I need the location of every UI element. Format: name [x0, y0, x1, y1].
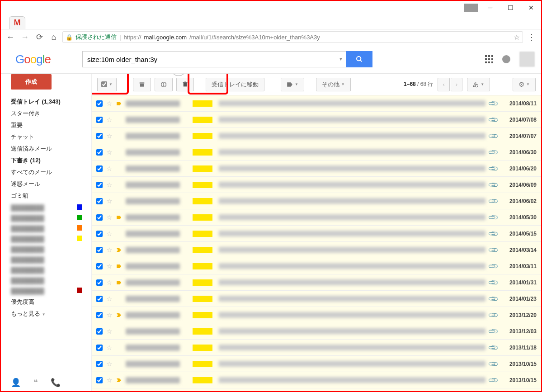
- mail-row[interactable]: ☆📎2014/06/02: [92, 193, 541, 209]
- star-icon[interactable]: ☆: [106, 246, 112, 254]
- mail-row[interactable]: ☆📎2013/10/15: [92, 372, 541, 388]
- mail-row[interactable]: ☆📎2014/03/14: [92, 242, 541, 258]
- minimize-button[interactable]: ─: [480, 1, 500, 14]
- sidebar-item[interactable]: すべてのメール: [11, 166, 88, 178]
- settings-button[interactable]: ⚙▼: [513, 78, 536, 91]
- mail-row[interactable]: ☆📎2013/12/03: [92, 323, 541, 340]
- sidebar-label-blurred[interactable]: ████████: [11, 244, 88, 255]
- sidebar-item[interactable]: 受信トレイ (1,343): [11, 96, 88, 108]
- browser-menu-button[interactable]: ⋮: [526, 32, 537, 42]
- gmail-tab[interactable]: M: [9, 16, 25, 29]
- row-checkbox[interactable]: [96, 198, 103, 204]
- mail-row[interactable]: ☆📎2013/10/15: [92, 356, 541, 372]
- hangouts-icon[interactable]: ❝: [33, 378, 38, 387]
- mail-row[interactable]: ☆📎2014/03/11: [92, 258, 541, 274]
- archive-button[interactable]: [133, 78, 151, 91]
- sidebar-label-blurred[interactable]: ████████: [11, 234, 88, 244]
- row-checkbox[interactable]: [96, 149, 103, 156]
- mail-row[interactable]: ☆📎2014/06/20: [92, 161, 541, 177]
- star-icon[interactable]: ☆: [106, 262, 112, 270]
- sidebar-label-blurred[interactable]: ████████: [11, 203, 88, 213]
- apps-grid-icon[interactable]: [485, 55, 493, 63]
- compose-button[interactable]: 作成: [11, 74, 52, 90]
- star-icon[interactable]: ☆: [106, 295, 112, 303]
- phone-icon[interactable]: 📞: [51, 378, 61, 387]
- sidebar-item[interactable]: 送信済みメール: [11, 143, 88, 155]
- star-icon[interactable]: ☆: [106, 99, 112, 108]
- mail-row[interactable]: ☆📎2013/12/20: [92, 307, 541, 323]
- back-button[interactable]: ←: [5, 31, 16, 43]
- row-checkbox[interactable]: [96, 182, 103, 188]
- star-icon[interactable]: ☆: [106, 279, 112, 287]
- input-method-button[interactable]: あ▼: [467, 78, 490, 91]
- star-icon[interactable]: ☆: [106, 360, 112, 368]
- mail-row[interactable]: ☆📎2014/05/15: [92, 226, 541, 242]
- row-checkbox[interactable]: [96, 133, 103, 139]
- sidebar-label-blurred[interactable]: ████████: [11, 286, 88, 296]
- more-button[interactable]: その他▼: [316, 78, 351, 91]
- star-icon[interactable]: ☆: [106, 327, 112, 335]
- search-input[interactable]: [82, 51, 335, 67]
- star-icon[interactable]: ☆: [106, 181, 112, 189]
- bookmark-star-icon[interactable]: ☆: [514, 33, 520, 42]
- search-options-dropdown[interactable]: ▼: [335, 51, 346, 67]
- mail-row[interactable]: ☆📎2014/06/09: [92, 177, 541, 193]
- sidebar-label-blurred[interactable]: ████████: [11, 255, 88, 265]
- star-icon[interactable]: ☆: [106, 311, 112, 319]
- star-icon[interactable]: ☆: [106, 376, 112, 384]
- mail-row[interactable]: ☆📎2014/01/31: [92, 274, 541, 291]
- sidebar-item[interactable]: 重要: [11, 119, 88, 131]
- mail-row[interactable]: ☆📎2014/05/30: [92, 209, 541, 226]
- row-checkbox[interactable]: [96, 247, 103, 253]
- row-checkbox[interactable]: [96, 214, 103, 221]
- mail-row[interactable]: ☆📎2014/06/30: [92, 144, 541, 161]
- sidebar-item[interactable]: 迷惑メール: [11, 178, 88, 190]
- star-icon[interactable]: ☆: [106, 197, 112, 205]
- mail-row[interactable]: ☆📎2013/10/11: [92, 388, 541, 391]
- url-field[interactable]: 🔒 保護された通信 | https://mail.google.com/mail…: [62, 31, 523, 43]
- row-checkbox[interactable]: [96, 165, 103, 172]
- row-checkbox[interactable]: [96, 117, 103, 123]
- close-button[interactable]: ✕: [521, 1, 541, 14]
- profile-avatar[interactable]: [519, 52, 535, 67]
- row-checkbox[interactable]: [96, 345, 103, 351]
- star-icon[interactable]: ☆: [106, 344, 112, 352]
- person-icon[interactable]: 👤: [11, 378, 21, 387]
- star-icon[interactable]: ☆: [106, 116, 112, 124]
- next-page-button[interactable]: ›: [451, 78, 462, 91]
- home-button[interactable]: ⌂: [48, 31, 60, 43]
- google-logo[interactable]: Google: [15, 52, 51, 66]
- prev-page-button[interactable]: ‹: [438, 78, 449, 91]
- row-checkbox[interactable]: [96, 296, 103, 302]
- row-checkbox[interactable]: [96, 231, 103, 237]
- sidebar-label-blurred[interactable]: ████████: [11, 223, 88, 234]
- sidebar-item[interactable]: チャット: [11, 131, 88, 143]
- labels-button[interactable]: ▼: [281, 78, 304, 91]
- row-checkbox[interactable]: [96, 328, 103, 335]
- mail-row[interactable]: ☆📎2014/08/11: [92, 95, 541, 112]
- mail-row[interactable]: ☆📎2014/01/23: [92, 291, 541, 307]
- sidebar-priority[interactable]: 優先度高: [11, 296, 88, 308]
- reload-button[interactable]: ⟳: [33, 31, 45, 43]
- row-checkbox[interactable]: [96, 312, 103, 318]
- row-checkbox[interactable]: [96, 361, 103, 367]
- row-checkbox[interactable]: [96, 279, 103, 286]
- star-icon[interactable]: ☆: [106, 230, 112, 238]
- star-icon[interactable]: ☆: [106, 148, 112, 156]
- row-checkbox[interactable]: [96, 377, 103, 383]
- search-button[interactable]: [346, 51, 372, 67]
- star-icon[interactable]: ☆: [106, 165, 112, 173]
- notifications-icon[interactable]: [502, 55, 510, 63]
- sidebar-item[interactable]: 下書き (12): [11, 155, 88, 166]
- row-checkbox[interactable]: [96, 263, 103, 269]
- sidebar-item[interactable]: スター付き: [11, 108, 88, 119]
- spam-button[interactable]: [155, 78, 173, 91]
- sidebar-label-blurred[interactable]: ████████: [11, 265, 88, 275]
- maximize-button[interactable]: ☐: [500, 1, 521, 14]
- sidebar-label-blurred[interactable]: ████████: [11, 275, 88, 286]
- star-icon[interactable]: ☆: [106, 213, 112, 222]
- mail-row[interactable]: ☆📎2014/07/08: [92, 112, 541, 128]
- sidebar-more[interactable]: もっと見る ▼: [11, 308, 88, 320]
- sidebar-item[interactable]: ゴミ箱: [11, 190, 88, 202]
- mail-row[interactable]: ☆📎2014/07/07: [92, 128, 541, 144]
